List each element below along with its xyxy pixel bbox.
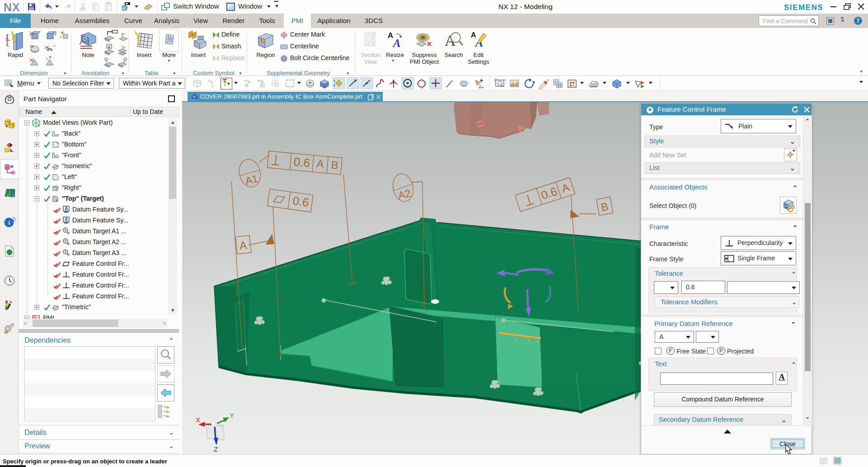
svg-text:A: A — [108, 45, 111, 49]
svg-text:x: x — [46, 57, 48, 61]
svg-text:?: ? — [857, 18, 860, 24]
svg-text:c: c — [55, 31, 57, 34]
svg-text:A: A — [65, 206, 68, 211]
svg-text:Z: Z — [214, 445, 218, 453]
svg-text:Y: Y — [230, 411, 234, 419]
svg-text:A: A — [392, 37, 401, 49]
svg-text:i: i — [8, 219, 10, 226]
svg-text:0.6: 0.6 — [539, 184, 559, 203]
svg-text:x: x — [6, 36, 8, 40]
svg-text:?b: ?b — [121, 45, 125, 49]
svg-text:B: B — [600, 200, 609, 213]
svg-text:A: A — [65, 217, 68, 222]
svg-text:X: X — [196, 416, 200, 424]
svg-text:A: A — [388, 31, 393, 40]
svg-text:0.6: 0.6 — [292, 193, 310, 209]
svg-text:o: o — [60, 35, 62, 39]
svg-text:B: B — [331, 159, 339, 171]
svg-text:A: A — [560, 181, 571, 195]
svg-text:A: A — [239, 238, 248, 252]
svg-text:x: x — [53, 44, 55, 48]
svg-text:A: A — [316, 157, 324, 170]
svg-text:0.6: 0.6 — [293, 155, 311, 170]
